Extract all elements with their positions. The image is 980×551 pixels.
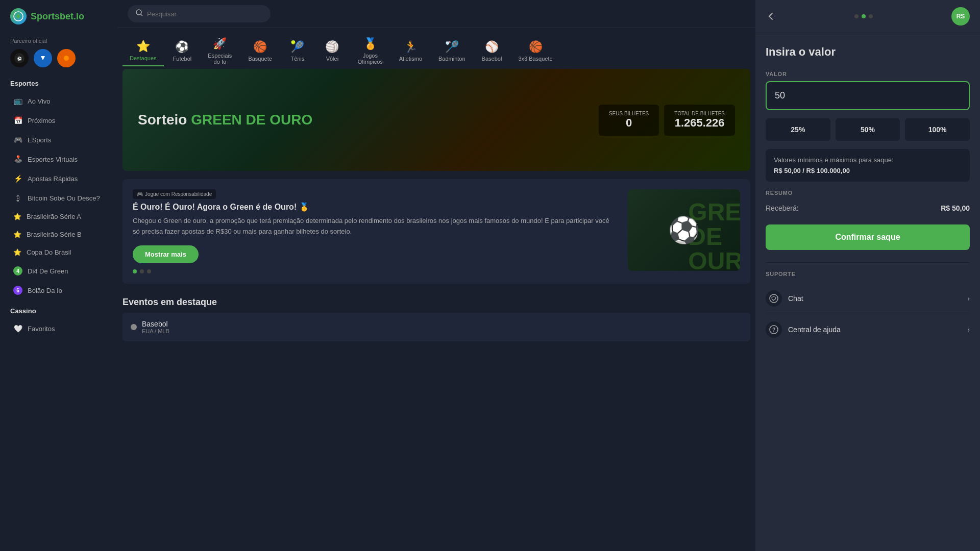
percent-100-button[interactable]: 100% [905,118,970,141]
sport-especiais[interactable]: 🚀 Especiaisdo Io [201,33,239,69]
esportes-title: Esportes [0,72,117,91]
total-bilhetes-value: 1.265.226 [674,116,725,130]
sport-basquete[interactable]: 🏀 Basquete [241,36,279,66]
panel-header: RS [755,0,980,33]
percent-25-button[interactable]: 25% [766,118,830,141]
badge-6: 6 [13,286,22,295]
sidebar-item-copa-brasil-label: Copa Do Brasil [27,248,71,256]
sidebar-item-brasileiro-b-label: Brasileirão Série B [27,231,82,238]
banner-left: Sorteio GREEN DE OURO [138,112,589,128]
sport-olimpicos[interactable]: 🏅 JogosOlímpicos [351,33,390,69]
sport-3x3[interactable]: 🏀 3x3 Basquete [511,36,559,66]
dot-2[interactable] [140,269,144,273]
user-avatar[interactable]: RS [951,7,970,26]
sport-destaques[interactable]: ⭐ Destaques [122,36,164,66]
sport-tenis-label: Tênis [290,56,304,62]
sidebar-item-di4-green[interactable]: 4 Di4 De Green [3,262,114,280]
sidebar-item-proximos[interactable]: 📅 Próximos [3,111,114,130]
event-info: Basebol EUA / MLB [142,320,169,334]
support-section: SUPORTE Chat › ? Central [766,262,970,345]
min-max-info-box: Valores mínimos e máximos para saque: R$… [766,149,970,182]
confirm-saque-button[interactable]: Confirmar saque [766,224,970,250]
sidebar-item-ao-vivo-label: Ao Vivo [28,97,51,105]
chat-icon [766,290,782,307]
bitcoin-icon: ₿ [13,193,22,203]
sport-atletismo[interactable]: 🏃 Atletismo [392,36,429,66]
gamepad-icon: 🎮 [13,135,22,144]
min-max-value: R$ 50,00 / R$ 100.000,00 [774,167,962,174]
sidebar-item-esports[interactable]: 🎮 ESports [3,131,114,149]
sidebar-item-favoritos-label: Favoritos [28,325,55,333]
panel-progress [782,14,945,18]
central-arrow-icon: › [967,325,970,334]
sidebar-item-apostas-rapidas-label: Apostas Rápidas [28,175,78,183]
sport-futebol-label: Futebol [173,56,192,62]
responsible-label: Jogue com Responsabilidade [145,191,212,197]
sport-volei[interactable]: 🏐 Vôlei [316,36,349,66]
volei-icon: 🏐 [325,40,339,54]
resumo-section: RESUMO Receberá: R$ 50,00 [766,190,970,216]
percent-50-button[interactable]: 50% [836,118,900,141]
sidebar-item-copa-brasil[interactable]: ⭐ Copa Do Brasil [3,244,114,261]
receberá-value: R$ 50,00 [941,204,970,212]
chat-arrow-icon: › [967,294,970,303]
cassino-title: Cassino [0,300,117,319]
tenis-icon: 🎾 [290,40,304,54]
valor-input[interactable] [766,81,970,110]
sidebar-item-bolao[interactable]: 6 Bolão Da Io [3,281,114,299]
lightning-icon: ⚡ [13,174,22,183]
sport-3x3-label: 3x3 Basquete [518,56,552,62]
svg-text:?: ? [772,327,775,333]
sport-badminton[interactable]: 🏸 Badminton [431,36,473,66]
sport-futebol[interactable]: ⚽ Futebol [166,36,199,66]
banner-prefix: Sorteio [138,112,187,128]
sport-destaques-label: Destaques [130,55,157,61]
basquete-icon: 🏀 [253,40,267,54]
sidebar-item-apostas-rapidas[interactable]: ⚡ Apostas Rápidas [3,169,114,188]
joystick-icon: 🕹️ [13,155,22,164]
basebol-icon: ⚾ [485,40,499,54]
support-chat-item[interactable]: Chat › [766,283,970,314]
sport-olimpicos-label: JogosOlímpicos [358,53,383,65]
svg-point-8 [770,294,778,303]
sidebar-item-brasileiro-b[interactable]: ⭐ Brasileirão Série B [3,226,114,243]
progress-dot-1 [854,14,859,18]
heart-icon: 🤍 [13,324,22,333]
banner-stats: SEUS BILHETES 0 TOTAL DE BILHETES 1.265.… [599,105,735,136]
support-central-item[interactable]: ? Central de ajuda › [766,314,970,345]
sidebar-item-brasileiro-a[interactable]: ⭐ Brasileirão Série A [3,208,114,225]
sidebar-item-favoritos[interactable]: 🤍 Favoritos [3,319,114,338]
show-more-button[interactable]: Mostrar mais [133,245,199,263]
sidebar-item-bitcoin[interactable]: ₿ Bitcoin Sobe Ou Desce? [3,189,114,207]
dot-1[interactable] [133,269,137,273]
sport-basebol[interactable]: ⚾ Basebol [475,36,509,66]
dot-3[interactable] [147,269,151,273]
seus-bilhetes-value: 0 [609,116,649,130]
search-input[interactable] [147,10,262,18]
receberá-label: Receberá: [766,204,799,212]
seus-bilhetes-label: SEUS BILHETES [609,111,649,116]
svg-point-6 [136,10,141,15]
right-panel: RS Insira o valor VALOR 25% 50% 100% Val… [755,0,980,551]
seus-bilhetes-box: SEUS BILHETES 0 [599,105,659,136]
banner-area: Sorteio GREEN DE OURO SEUS BILHETES 0 TO… [117,69,755,551]
destaques-icon: ⭐ [136,40,150,53]
sidebar-item-proximos-label: Próximos [28,117,55,124]
atletismo-icon: 🏃 [404,40,418,54]
sport-tenis[interactable]: 🎾 Tênis [281,36,314,66]
resumo-label: RESUMO [766,190,970,196]
sidebar-item-ao-vivo[interactable]: 📺 Ao Vivo [3,92,114,110]
sidebar-item-esportes-virtuais[interactable]: 🕹️ Esportes Virtuais [3,150,114,168]
partner-logo-2 [34,49,52,67]
event-basebol[interactable]: Basebol EUA / MLB [122,313,750,341]
promo-section: 🎮 Jogue com Responsabilidade É Ouro! É O… [122,179,750,284]
sport-basquete-label: Basquete [248,56,272,62]
top-bar [117,0,755,28]
search-box[interactable] [128,5,271,22]
banner: Sorteio GREEN DE OURO SEUS BILHETES 0 TO… [122,69,750,171]
help-icon: ? [766,321,782,338]
back-button[interactable] [766,11,776,21]
sidebar-item-brasileiro-a-label: Brasileirão Série A [27,213,81,220]
partner-logo-1: ⚽ [10,49,29,67]
tv-icon: 📺 [13,96,22,106]
